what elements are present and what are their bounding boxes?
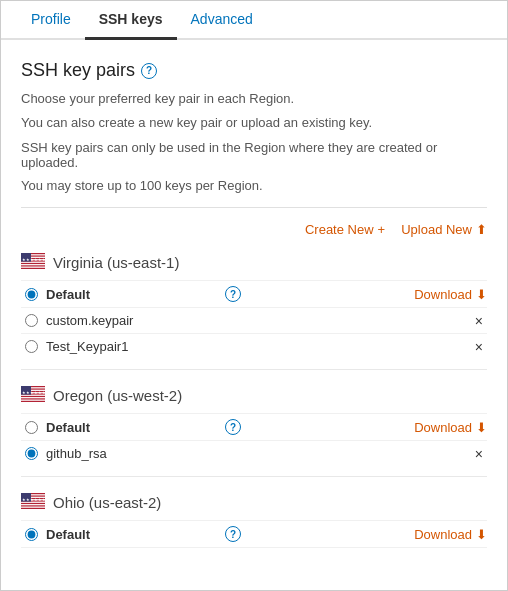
region-separator-1 xyxy=(21,476,487,477)
tab-advanced[interactable]: Advanced xyxy=(177,1,267,40)
keypair-row-github-west2: github_rsa× xyxy=(21,440,487,466)
region-header-us-east-1: ★★★★★★★★★★★★★★★★★★★★★★★★★★★★★★★★★★★★★★★★… xyxy=(21,253,487,272)
keypair-help-icon-default-west2[interactable]: ? xyxy=(225,419,241,435)
svg-rect-23 xyxy=(21,504,45,505)
download-label-default-east2: Download xyxy=(414,527,472,542)
svg-rect-14 xyxy=(21,397,45,398)
keypair-name-default-west2: Default xyxy=(46,420,219,435)
radio-wrap-github-west2 xyxy=(25,447,38,460)
keypair-actions-default-west2: Download ⬇ xyxy=(414,420,487,435)
delete-button-github-west2[interactable]: × xyxy=(471,447,487,461)
close-icon-github-west2: × xyxy=(475,446,483,462)
region-name-us-east-2: Ohio (us-east-2) xyxy=(53,494,161,511)
region-us-east-2: ★★★★★★★★★★★★★★★★★★★★★★★★★★★★★★★★★★★★★★★★… xyxy=(21,493,487,548)
close-icon-test-east1: × xyxy=(475,339,483,355)
svg-rect-15 xyxy=(21,400,45,401)
radio-test-east1[interactable] xyxy=(25,340,38,353)
title-help-icon[interactable]: ? xyxy=(141,63,157,79)
radio-custom-east1[interactable] xyxy=(25,314,38,327)
region-name-us-east-1: Virginia (us-east-1) xyxy=(53,254,179,271)
radio-github-west2[interactable] xyxy=(25,447,38,460)
section-title: SSH key pairs ? xyxy=(21,60,487,81)
svg-rect-4 xyxy=(21,262,45,263)
flag-icon-us-west-2: ★★★★★★★★★★★★★★★★★★★★★★★★★★★★★★★★★★★★★★★★… xyxy=(21,386,45,405)
upload-new-button[interactable]: Upload New ⬆ xyxy=(401,222,487,237)
tab-bar: Profile SSH keys Advanced xyxy=(1,1,507,40)
region-us-east-1: ★★★★★★★★★★★★★★★★★★★★★★★★★★★★★★★★★★★★★★★★… xyxy=(21,253,487,370)
download-label-default-east1: Download xyxy=(414,287,472,302)
keypair-actions-default-east2: Download ⬇ xyxy=(414,527,487,542)
download-button-default-east2[interactable]: Download ⬇ xyxy=(414,527,487,542)
keypair-name-custom-east1: custom.keypair xyxy=(46,313,258,328)
create-new-label: Create New xyxy=(305,222,374,237)
region-header-us-east-2: ★★★★★★★★★★★★★★★★★★★★★★★★★★★★★★★★★★★★★★★★… xyxy=(21,493,487,512)
keypair-row-default-east2: Default?Download ⬇ xyxy=(21,520,487,548)
flag-icon-us-east-2: ★★★★★★★★★★★★★★★★★★★★★★★★★★★★★★★★★★★★★★★★… xyxy=(21,493,45,512)
radio-wrap-default-west2 xyxy=(25,421,38,434)
svg-text:★★★★★★★★★★★★★★★★★★★★★★★★★★★★★★: ★★★★★★★★★★★★★★★★★★★★★★★★★★★★★★★★★★★★★★★★… xyxy=(22,497,45,502)
upload-new-label: Upload New xyxy=(401,222,472,237)
delete-button-test-east1[interactable]: × xyxy=(471,340,487,354)
create-new-button[interactable]: Create New + xyxy=(305,222,385,237)
download-icon-default-east2: ⬇ xyxy=(476,527,487,542)
action-bar: Create New + Upload New ⬆ xyxy=(21,222,487,237)
download-label-default-west2: Download xyxy=(414,420,472,435)
upload-icon: ⬆ xyxy=(476,222,487,237)
page-title: SSH key pairs xyxy=(21,60,135,81)
svg-text:★★★★★★★★★★★★★★★★★★★★★★★★★★★★★★: ★★★★★★★★★★★★★★★★★★★★★★★★★★★★★★★★★★★★★★★★… xyxy=(22,390,45,395)
note-2: You may store up to 100 keys per Region. xyxy=(21,178,487,193)
keypair-name-github-west2: github_rsa xyxy=(46,446,258,461)
close-icon-custom-east1: × xyxy=(475,313,483,329)
svg-text:★★★★★★★★★★★★★★★★★★★★★★★★★★★★★★: ★★★★★★★★★★★★★★★★★★★★★★★★★★★★★★★★★★★★★★★★… xyxy=(22,257,45,262)
svg-rect-22 xyxy=(21,502,45,503)
keypair-actions-default-east1: Download ⬇ xyxy=(414,287,487,302)
description-2: You can also create a new key pair or up… xyxy=(21,113,487,133)
keypair-row-default-west2: Default?Download ⬇ xyxy=(21,413,487,440)
svg-rect-13 xyxy=(21,395,45,396)
description-1: Choose your preferred key pair in each R… xyxy=(21,89,487,109)
keypair-actions-github-west2: × xyxy=(471,447,487,461)
svg-rect-6 xyxy=(21,267,45,268)
keypair-name-default-east1: Default xyxy=(46,287,219,302)
radio-default-east1[interactable] xyxy=(25,288,38,301)
keypair-help-icon-default-east1[interactable]: ? xyxy=(225,286,241,302)
region-name-us-west-2: Oregon (us-west-2) xyxy=(53,387,182,404)
plus-icon: + xyxy=(378,222,386,237)
keypair-row-test-east1: Test_Keypair1× xyxy=(21,333,487,359)
keypair-name-default-east2: Default xyxy=(46,527,219,542)
radio-default-east2[interactable] xyxy=(25,528,38,541)
keypair-row-custom-east1: custom.keypair× xyxy=(21,307,487,333)
keypair-actions-custom-east1: × xyxy=(471,314,487,328)
top-divider xyxy=(21,207,487,208)
region-header-us-west-2: ★★★★★★★★★★★★★★★★★★★★★★★★★★★★★★★★★★★★★★★★… xyxy=(21,386,487,405)
delete-button-custom-east1[interactable]: × xyxy=(471,314,487,328)
regions-container: ★★★★★★★★★★★★★★★★★★★★★★★★★★★★★★★★★★★★★★★★… xyxy=(21,253,487,548)
radio-default-west2[interactable] xyxy=(25,421,38,434)
radio-wrap-test-east1 xyxy=(25,340,38,353)
svg-rect-24 xyxy=(21,507,45,508)
radio-wrap-custom-east1 xyxy=(25,314,38,327)
tab-profile[interactable]: Profile xyxy=(17,1,85,40)
keypair-name-test-east1: Test_Keypair1 xyxy=(46,339,258,354)
note-1: SSH key pairs can only be used in the Re… xyxy=(21,140,487,170)
region-us-west-2: ★★★★★★★★★★★★★★★★★★★★★★★★★★★★★★★★★★★★★★★★… xyxy=(21,386,487,477)
svg-rect-5 xyxy=(21,264,45,265)
flag-icon-us-east-1: ★★★★★★★★★★★★★★★★★★★★★★★★★★★★★★★★★★★★★★★★… xyxy=(21,253,45,272)
radio-wrap-default-east1 xyxy=(25,288,38,301)
download-button-default-west2[interactable]: Download ⬇ xyxy=(414,420,487,435)
download-icon-default-west2: ⬇ xyxy=(476,420,487,435)
tab-ssh-keys[interactable]: SSH keys xyxy=(85,1,177,40)
download-button-default-east1[interactable]: Download ⬇ xyxy=(414,287,487,302)
keypair-actions-test-east1: × xyxy=(471,340,487,354)
main-content: SSH key pairs ? Choose your preferred ke… xyxy=(1,40,507,584)
download-icon-default-east1: ⬇ xyxy=(476,287,487,302)
region-separator-0 xyxy=(21,369,487,370)
radio-wrap-default-east2 xyxy=(25,528,38,541)
keypair-help-icon-default-east2[interactable]: ? xyxy=(225,526,241,542)
keypair-row-default-east1: Default?Download ⬇ xyxy=(21,280,487,307)
